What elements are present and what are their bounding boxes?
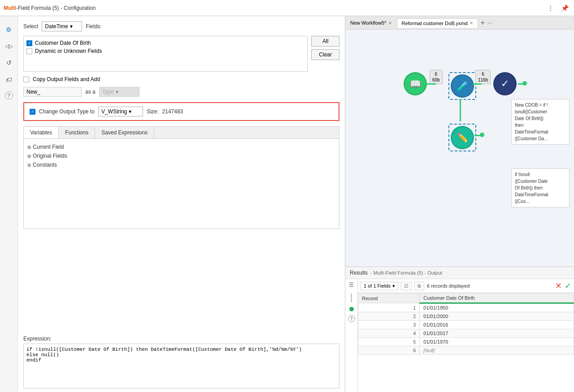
- tab-saved-expressions[interactable]: Saved Expressions: [95, 127, 154, 138]
- tree-item-constants[interactable]: ⊞ Constants: [27, 160, 335, 169]
- tab-more-btn[interactable]: ···: [487, 20, 492, 26]
- data-table: Record Customer Date Of Birth 101/01/195…: [358, 293, 574, 355]
- results-table: Record Customer Date Of Birth 101/01/195…: [358, 293, 574, 392]
- tab-add-btn[interactable]: +: [478, 19, 487, 27]
- wf-node-formula-container: 🧪: [448, 72, 476, 100]
- table-row: 6[Null]: [358, 346, 574, 355]
- cancel-button-results[interactable]: ✕: [555, 281, 562, 291]
- connector-1: [427, 83, 436, 85]
- select-label: Select: [23, 23, 38, 30]
- copy-output-row: Copy Output Fields and Add: [23, 76, 339, 82]
- right-panel: New Workflow5* ✕ Reformat customer DoB.y…: [345, 16, 574, 392]
- fields-area: Customer Date Of Birth Dynamic or Unknow…: [23, 36, 339, 72]
- green-dot-right: [522, 81, 527, 86]
- expression-label: Expression:: [23, 336, 339, 342]
- settings-icon[interactable]: ⚙: [4, 24, 13, 35]
- results-main: 1 of 1 Fields ▾ ☑ ⧉ 6 records displayed …: [358, 279, 574, 392]
- ok-button-results[interactable]: ✓: [565, 281, 571, 291]
- tree-item-original-fields[interactable]: ⊞ Original Fields: [27, 151, 335, 160]
- node-icon-output[interactable]: ✏️: [451, 126, 474, 149]
- table-row: 501/01/1970: [358, 338, 574, 346]
- results-check-icon[interactable]: ☑: [401, 282, 412, 290]
- help-icon[interactable]: ?: [5, 91, 13, 99]
- tooltip-new-cdob: New CDOB = if ! isnull([Customer Date Of…: [511, 99, 570, 145]
- tree-item-current-field[interactable]: ⊞ Current Field: [27, 142, 335, 151]
- results-toolbar: 1 of 1 Fields ▾ ☑ ⧉ 6 records displayed …: [358, 279, 574, 293]
- output-type-row: Change Output Type to V_WString ▾ Size: …: [23, 102, 339, 121]
- table-row: 301/01/2016: [358, 321, 574, 329]
- chevron-down-icon-vwstring: ▾: [129, 108, 131, 115]
- formula-node-highlight: 🧪: [448, 72, 476, 100]
- connector-output-right: [474, 135, 480, 136]
- as-a-label: as a: [85, 89, 96, 95]
- workflow-area: 📖 6 60b 🧪 6 116b: [345, 30, 574, 267]
- refresh-icon[interactable]: ↺: [4, 57, 13, 68]
- workflow-canvas: 📖 6 60b 🧪 6 116b: [345, 30, 574, 267]
- clear-button[interactable]: Clear: [311, 49, 339, 60]
- left-sidebar: ⚙ ◁▷ ↺ 🏷 ?: [0, 16, 18, 392]
- wf-node-output-container: ✏️: [448, 124, 476, 151]
- tab-new-workflow[interactable]: New Workflow5* ✕: [345, 18, 397, 27]
- results-header: Results - Multi-Field Formula (5) - Outp…: [345, 267, 574, 279]
- dynamic-fields-checkbox[interactable]: [26, 48, 32, 54]
- tab-headers: Variables Functions Saved Expressions: [24, 127, 339, 139]
- chevron-down-icon-type: ▾: [116, 89, 118, 95]
- wf-node-book: 📖: [404, 72, 427, 95]
- tab-variables[interactable]: Variables: [24, 127, 59, 138]
- results-side-icons: ☰ ?: [345, 279, 358, 392]
- expand-icon-original: ⊞: [27, 154, 31, 159]
- results-copy-icon[interactable]: ⧉: [414, 282, 424, 290]
- col-record: Record: [358, 293, 420, 303]
- tab-reformat-label: Reformat customer DoB.yxmd: [402, 21, 468, 26]
- fields-label: Fields:: [86, 23, 101, 30]
- badge-6-60b: 6 60b: [430, 70, 443, 84]
- output-node-highlight: ✏️: [448, 124, 476, 151]
- tab-reformat[interactable]: Reformat customer DoB.yxmd ✕: [397, 18, 478, 28]
- chevron-down-icon-fields: ▾: [392, 283, 395, 289]
- connector-3: [518, 83, 522, 85]
- title-bar-icons: ⋮ 📌: [546, 4, 570, 13]
- tag-icon[interactable]: 🏷: [4, 74, 14, 85]
- type-dropdown[interactable]: Type ▾: [99, 87, 139, 97]
- expression-tabs-section: Variables Functions Saved Expressions ⊞ …: [23, 126, 339, 229]
- node-icon-book[interactable]: 📖: [404, 72, 427, 95]
- wf-node-check: ✓: [493, 72, 517, 95]
- all-button[interactable]: All: [311, 36, 339, 47]
- new-prefix-input[interactable]: [23, 87, 82, 97]
- copy-output-checkbox[interactable]: [23, 77, 29, 82]
- field-item-dynamic: Dynamic or Unknown Fields: [26, 47, 304, 55]
- tab-close-reformat[interactable]: ✕: [470, 21, 473, 26]
- prefix-row: as a Type ▾: [23, 87, 339, 97]
- size-label: Size:: [147, 108, 159, 115]
- node-icon-formula[interactable]: 🧪: [451, 74, 474, 98]
- results-layout: ☰ ? 1 of 1 Fields ▾ ☑ ⧉ 6 records displa…: [345, 279, 574, 392]
- copy-output-label: Copy Output Fields and Add: [33, 76, 100, 82]
- more-options-btn[interactable]: ⋮: [546, 4, 556, 13]
- expression-textarea[interactable]: if !isnull([Customer Date Of Birth]) the…: [23, 344, 339, 388]
- col-customer-dob: Customer Date Of Birth: [420, 293, 574, 303]
- results-question-icon[interactable]: ?: [348, 315, 355, 322]
- expression-section: Expression: if !isnull([Customer Date Of…: [18, 332, 345, 392]
- results-divider: [351, 293, 352, 302]
- node-icon-check[interactable]: ✓: [493, 72, 517, 95]
- tooltip-isnull: if !isnull ([Customer Date Of Birth]) th…: [511, 168, 570, 207]
- fields-list: Customer Date Of Birth Dynamic or Unknow…: [23, 36, 308, 72]
- output-type-label: Change Output Type to: [39, 108, 95, 115]
- title-bar: Multi-Field Formula (5) - Configuration …: [0, 0, 574, 16]
- vwstring-dropdown[interactable]: V_WString ▾: [98, 107, 143, 116]
- table-row: 201/01/2000: [358, 312, 574, 321]
- size-value: 2147483: [162, 108, 183, 115]
- results-subtitle: - Multi-Field Formula (5) - Output: [370, 270, 442, 276]
- pin-btn[interactable]: 📌: [559, 4, 570, 13]
- results-list-icon[interactable]: ☰: [347, 281, 356, 289]
- customer-dob-checkbox[interactable]: [26, 40, 32, 46]
- title-bar-title: Multi-Field Formula (5) - Configuration: [4, 5, 96, 11]
- select-row: Select DateTime ▾ Fields:: [23, 22, 339, 31]
- tab-close-new-workflow[interactable]: ✕: [388, 21, 392, 26]
- output-type-checkbox[interactable]: [30, 109, 35, 115]
- tab-body-variables: ⊞ Current Field ⊞ Original Fields ⊞ Cons…: [24, 139, 339, 228]
- tab-functions[interactable]: Functions: [59, 127, 95, 138]
- nav-icon[interactable]: ◁▷: [3, 41, 15, 51]
- datetime-dropdown[interactable]: DateTime ▾: [42, 22, 82, 31]
- field-selector[interactable]: 1 of 1 Fields ▾: [361, 282, 398, 290]
